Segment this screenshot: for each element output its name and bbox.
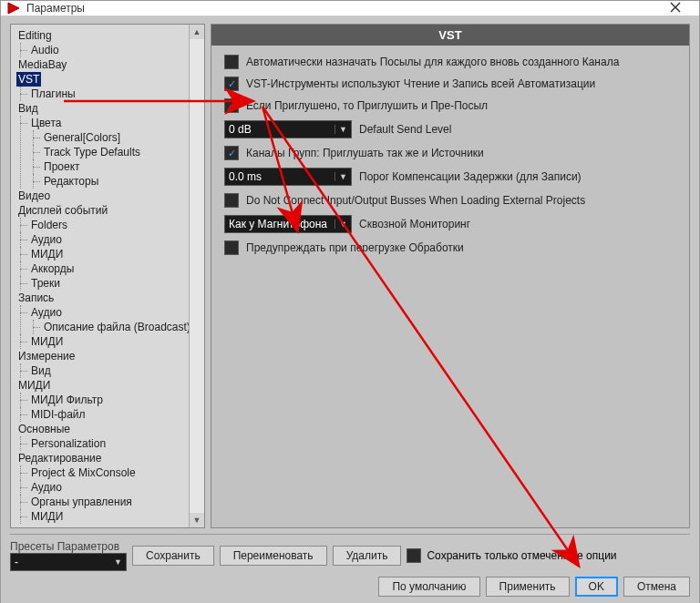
tree-node[interactable]: Дисплей событий [16,203,109,218]
chevron-down-icon: ▼ [335,125,347,134]
tree-node[interactable]: МИДИ [29,334,65,349]
tree-node[interactable]: MIDI-файл [29,407,88,422]
dropdown-monitoring-value: Как у Магнитофона [229,218,327,230]
scroll-down-icon[interactable]: ▼ [190,513,204,527]
close-icon [670,2,681,13]
tree-node[interactable]: Project & MixConsole [29,465,138,480]
scroll-up-icon[interactable]: ▲ [190,25,204,39]
checkbox-no-connect[interactable] [224,193,239,208]
tree-node[interactable]: Track Type Defaults [42,145,142,159]
tree-node[interactable]: MediaBay [16,57,68,72]
tree-node[interactable]: Audio [29,43,61,57]
setting-delay-comp: 0.0 ms ▼ Порог Компенсации Задержки (для… [224,168,676,186]
tree-node[interactable]: Треки [29,276,62,291]
save-checked-option: Сохранить только отмеченные опции [407,548,616,563]
setting-auto-sends: Автоматически назначать Посылы для каждо… [224,55,676,69]
settings-panel: VST Автоматически назначать Посылы для к… [211,24,690,528]
tree-node[interactable]: Основные [16,422,72,436]
tree-node[interactable]: Вид [16,101,40,116]
checkbox-warn-overload[interactable] [224,240,239,255]
settings-list: Автоматически назначать Посылы для каждо… [211,46,689,264]
preset-label: Пресеты Параметров [10,540,127,553]
checkbox-group-mute[interactable] [224,146,239,160]
label-send-level: Default Send Level [359,123,451,136]
preset-col: Пресеты Параметров - ▼ [10,540,127,571]
setting-mute-pre: Если Приглушено, то Приглушить и Пре-Пос… [224,98,676,113]
tree-node[interactable]: МИДИ [16,378,52,393]
checkbox-save-checked[interactable] [407,548,421,563]
tree-node[interactable]: Цвета [29,116,63,130]
tree-node[interactable]: Редактирование [16,451,103,465]
chevron-down-icon: ▼ [335,220,347,229]
label-monitoring: Сквозной Мониторинг [359,218,470,230]
panel-header: VST [211,25,689,46]
tree-node[interactable]: Измерение [16,349,77,363]
tree-node[interactable]: Описание файла (Broadcast) [42,320,192,334]
tree-node[interactable]: МИДИ [29,247,65,261]
tree-node[interactable]: Органы управления [29,495,134,509]
apply-button[interactable]: Применить [486,577,570,597]
preferences-window: Параметры EditingAudioMediaBayVSTПлагины… [0,0,700,603]
label-auto-sends: Автоматически назначать Посылы для каждо… [246,56,619,68]
close-button[interactable] [657,2,694,15]
category-tree-panel: EditingAudioMediaBayVSTПлагиныВидЦветаGe… [10,24,205,528]
dropdown-delay-comp[interactable]: 0.0 ms ▼ [224,168,352,186]
checkbox-auto-sends[interactable] [224,55,239,69]
setting-group-mute: Каналы Групп: Приглушать так же и Источн… [224,146,676,160]
tree-node[interactable]: Редакторы [42,174,100,189]
checkbox-vst-rw[interactable] [224,77,239,91]
setting-monitoring: Как у Магнитофона ▼ Сквозной Мониторинг [224,215,676,233]
checkbox-mute-pre[interactable] [224,98,239,113]
window-title: Параметры [26,2,657,15]
tree-node[interactable]: МИДИ Фильтр [29,393,105,407]
rename-preset-button[interactable]: Переименовать [220,546,327,566]
delete-preset-button[interactable]: Удалить [333,546,402,566]
setting-vst-rw: VST-Инструменты используют Чтение и Запи… [224,77,676,91]
dropdown-send-level-value: 0 dB [229,123,252,136]
tree-node[interactable]: Folders [29,218,69,232]
tree-node[interactable]: Вид [29,363,53,378]
category-tree[interactable]: EditingAudioMediaBayVSTПлагиныВидЦветаGe… [11,25,204,527]
cancel-button[interactable]: Отмена [623,577,690,597]
ok-button[interactable]: OK [575,577,618,597]
tree-node[interactable]: Видео [16,189,52,203]
preset-dropdown[interactable]: - ▼ [10,553,127,571]
action-row: По умолчанию Применить OK Отмена [10,577,690,597]
dropdown-delay-comp-value: 0.0 ms [229,170,262,183]
bottom-bar: Пресеты Параметров - ▼ Сохранить Переиме… [10,534,690,597]
label-vst-rw: VST-Инструменты используют Чтение и Запи… [246,77,595,90]
tree-node[interactable]: Аудио [29,305,64,320]
tree-node[interactable]: Плагины [29,87,77,101]
chevron-down-icon: ▼ [335,172,347,181]
tree-node[interactable]: Аккорды [29,261,76,276]
tree-node[interactable]: Проект [42,159,82,174]
preset-dropdown-value: - [15,556,18,568]
setting-warn-overload: Предупреждать при перегрузке Обработки [224,240,676,255]
app-logo-icon [6,1,21,15]
tree-scrollbar[interactable]: ▲ ▼ [189,25,204,527]
label-save-checked: Сохранить только отмеченные опции [427,549,616,562]
tree-node[interactable]: General[Colors] [42,130,122,145]
tree-node[interactable]: Personalization [29,436,108,451]
save-preset-button[interactable]: Сохранить [132,546,214,566]
label-delay-comp: Порог Компенсации Задержки (для Записи) [359,170,582,183]
dialog-body: EditingAudioMediaBayVSTПлагиныВидЦветаGe… [1,16,699,603]
titlebar: Параметры [1,1,699,16]
setting-default-send-level: 0 dB ▼ Default Send Level [224,120,676,138]
chevron-down-icon: ▼ [114,557,122,567]
tree-node[interactable]: Аудио [29,480,64,495]
label-no-connect: Do Not Connect Input/Output Busses When … [246,194,585,207]
preset-row: Пресеты Параметров - ▼ Сохранить Переиме… [10,540,690,571]
tree-node[interactable]: Аудио [29,232,64,247]
tree-node[interactable]: Запись [16,291,56,305]
dropdown-monitoring[interactable]: Как у Магнитофона ▼ [224,215,352,233]
label-group-mute: Каналы Групп: Приглушать так же и Источн… [246,147,484,159]
label-warn-overload: Предупреждать при перегрузке Обработки [246,241,464,254]
defaults-button[interactable]: По умолчанию [378,577,479,597]
dropdown-send-level[interactable]: 0 dB ▼ [224,120,352,138]
tree-node[interactable]: МИДИ [29,509,65,524]
tree-node[interactable]: VST [16,72,41,87]
label-mute-pre: Если Приглушено, то Приглушить и Пре-Пос… [246,99,488,112]
tree-node[interactable]: Editing [16,28,54,43]
main-panels: EditingAudioMediaBayVSTПлагиныВидЦветаGe… [10,24,690,528]
